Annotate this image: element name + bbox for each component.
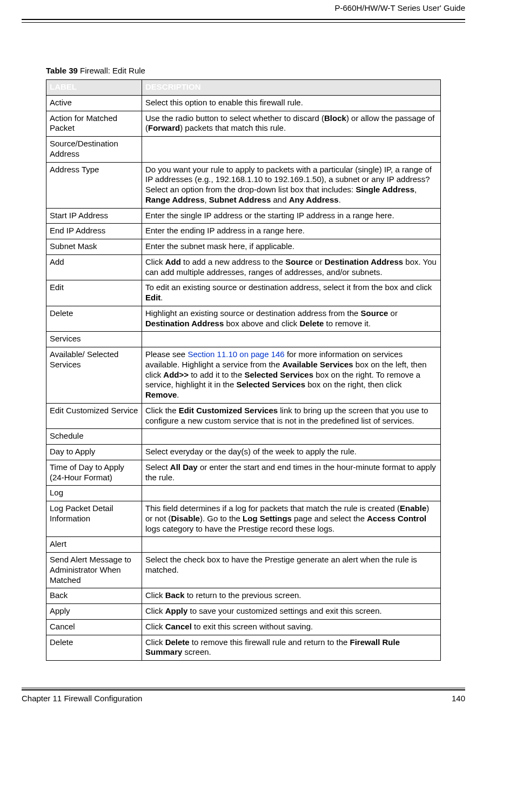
row-label: Alert (46, 537, 142, 553)
table-row: Log (46, 486, 441, 501)
row-label: Action for Matched Packet (46, 111, 142, 137)
table-row: Day to Apply Select everyday or the day(… (46, 445, 441, 460)
header-rule-thin (22, 22, 465, 23)
row-label: Edit (46, 280, 142, 306)
row-desc: Click Cancel to exit this screen without… (142, 619, 441, 635)
footer-rule-thick (22, 689, 465, 690)
doc-header: P-660H/HW/W-T Series User' Guide (22, 3, 465, 12)
row-label: Start IP Address (46, 208, 142, 224)
row-label: Delete (46, 635, 142, 661)
row-desc: Enter the subnet mask here, if applicabl… (142, 239, 441, 255)
row-label: Address Type (46, 162, 142, 208)
row-label: Services (46, 332, 142, 347)
table-row: Available/ Selected Services Please see … (46, 347, 441, 404)
row-desc: Enter the single IP address or the start… (142, 208, 441, 224)
row-label: Edit Customized Service (46, 403, 142, 429)
table-number: Table 39 (46, 66, 78, 75)
table-row: Active Select this option to enable this… (46, 95, 441, 111)
row-desc: Click Add to add a new address to the So… (142, 254, 441, 280)
table-row: Edit To edit an existing source or desti… (46, 280, 441, 306)
footer-chapter: Chapter 11 Firewall Configuration (22, 694, 142, 703)
table-row: Cancel Click Cancel to exit this screen … (46, 619, 441, 635)
row-desc: Click the Edit Customized Services link … (142, 403, 441, 429)
row-label: Subnet Mask (46, 239, 142, 255)
row-label: Day to Apply (46, 445, 142, 460)
row-desc: Click Apply to save your customized sett… (142, 604, 441, 620)
row-desc: Select everyday or the day(s) of the wee… (142, 445, 441, 460)
row-desc: Enter the ending IP address in a range h… (142, 224, 441, 239)
row-desc: Please see Section 11.10 on page 146 for… (142, 347, 441, 404)
row-desc: Select this option to enable this firewa… (142, 95, 441, 111)
table-row: Schedule (46, 429, 441, 445)
table-row: Time of Day to Apply (24-Hour Format) Se… (46, 460, 441, 486)
row-label: Log (46, 486, 142, 501)
table-row: Action for Matched Packet Use the radio … (46, 111, 441, 137)
row-label: End IP Address (46, 224, 142, 239)
row-label: Delete (46, 306, 142, 332)
row-label: Source/Destination Address (46, 137, 142, 163)
col-header-label: LABEL (46, 80, 142, 96)
table-row: Subnet Mask Enter the subnet mask here, … (46, 239, 441, 255)
table-row: Send Alert Message to Administrator When… (46, 553, 441, 588)
row-label: Time of Day to Apply (24-Hour Format) (46, 460, 142, 486)
table-title: Firewall: Edit Rule (78, 66, 145, 75)
row-label: Cancel (46, 619, 142, 635)
table-row: Alert (46, 537, 441, 553)
row-label: Back (46, 588, 142, 604)
row-desc: Select the check box to have the Prestig… (142, 553, 441, 588)
table-row: Edit Customized Service Click the Edit C… (46, 403, 441, 429)
table-row: Source/Destination Address (46, 137, 441, 163)
table-row: Address Type Do you want your rule to ap… (46, 162, 441, 208)
row-label: Schedule (46, 429, 142, 445)
table-row: Delete Highlight an existing source or d… (46, 306, 441, 332)
page-footer: Chapter 11 Firewall Configuration 140 (22, 688, 465, 703)
row-label: Active (46, 95, 142, 111)
footer-page-number: 140 (452, 694, 465, 703)
col-header-desc: DESCRIPTION (142, 80, 441, 96)
table-row: Add Click Add to add a new address to th… (46, 254, 441, 280)
row-desc (142, 137, 441, 163)
firewall-edit-rule-table: LABEL DESCRIPTION Active Select this opt… (46, 79, 441, 661)
row-desc (142, 537, 441, 553)
row-desc (142, 429, 441, 445)
table-caption: Table 39 Firewall: Edit Rule (46, 66, 441, 75)
row-desc (142, 486, 441, 501)
row-desc: To edit an existing source or destinatio… (142, 280, 441, 306)
row-desc (142, 332, 441, 347)
footer-rule-thin (22, 688, 465, 688)
row-desc: Click Delete to remove this firewall rul… (142, 635, 441, 661)
row-label: Send Alert Message to Administrator When… (46, 553, 142, 588)
row-label: Log Packet Detail Information (46, 501, 142, 537)
section-link[interactable]: Section 11.10 on page 146 (187, 350, 284, 359)
row-label: Add (46, 254, 142, 280)
row-label: Available/ Selected Services (46, 347, 142, 404)
header-rule-thick (22, 19, 465, 20)
row-label: Apply (46, 604, 142, 620)
row-desc: Highlight an existing source or destinat… (142, 306, 441, 332)
row-desc: This field determines if a log for packe… (142, 501, 441, 537)
table-row: Log Packet Detail Information This field… (46, 501, 441, 537)
row-desc: Do you want your rule to apply to packet… (142, 162, 441, 208)
table-row: Delete Click Delete to remove this firew… (46, 635, 441, 661)
table-row: End IP Address Enter the ending IP addre… (46, 224, 441, 239)
row-desc: Select All Day or enter the start and en… (142, 460, 441, 486)
table-row: Apply Click Apply to save your customize… (46, 604, 441, 620)
row-desc: Use the radio button to select whether t… (142, 111, 441, 137)
table-row: Back Click Back to return to the previou… (46, 588, 441, 604)
table-row: Start IP Address Enter the single IP add… (46, 208, 441, 224)
row-desc: Click Back to return to the previous scr… (142, 588, 441, 604)
table-row: Services (46, 332, 441, 347)
